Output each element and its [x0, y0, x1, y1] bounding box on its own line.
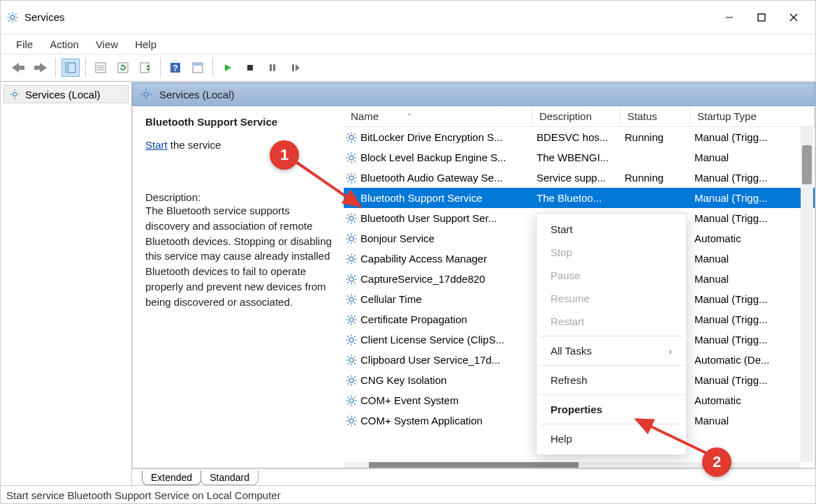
svg-line-96 — [347, 235, 349, 236]
svg-line-63 — [354, 154, 356, 155]
svg-point-100 — [349, 257, 354, 261]
cell-startup: Manual (Trigg... — [690, 293, 815, 305]
gear-icon — [345, 354, 358, 366]
svg-line-7 — [8, 20, 10, 22]
col-header-description[interactable]: Description — [532, 106, 620, 126]
gear-icon — [345, 131, 358, 144]
refresh-button[interactable] — [114, 59, 132, 77]
svg-line-159 — [347, 376, 349, 378]
minimize-button[interactable] — [713, 3, 745, 31]
tab-standard[interactable]: Standard — [201, 470, 258, 485]
svg-point-0 — [10, 15, 15, 20]
svg-line-144 — [354, 336, 356, 337]
menu-help[interactable]: Help — [128, 37, 163, 52]
back-button[interactable] — [9, 59, 27, 77]
cell-name: Certificate Propagation — [360, 313, 467, 325]
cm-pause: Pause — [537, 264, 686, 287]
cell-status: Running — [620, 172, 690, 184]
content-header-label: Services (Local) — [159, 89, 235, 101]
sidebar: Services (Local) — [1, 82, 132, 485]
sort-asc-icon: ⌃ — [407, 112, 412, 120]
show-hide-tree-button[interactable] — [61, 59, 80, 77]
cell-name: COM+ System Application — [360, 415, 483, 427]
menubar: File Action View Help — [1, 34, 815, 54]
svg-point-41 — [144, 92, 148, 96]
toolbar-separator — [212, 58, 213, 77]
export-button[interactable] — [136, 59, 154, 77]
cm-restart: Restart — [537, 310, 686, 333]
toolbar-separator — [55, 58, 56, 77]
svg-line-54 — [354, 133, 356, 135]
col-header-name[interactable]: Name⌃ — [344, 106, 532, 126]
svg-line-99 — [354, 235, 356, 236]
svg-line-89 — [347, 221, 349, 223]
table-row[interactable]: BitLocker Drive Encryption S...BDESVC ho… — [344, 127, 815, 147]
svg-line-169 — [354, 403, 356, 405]
cm-refresh[interactable]: Refresh — [537, 369, 686, 392]
horizontal-scrollbar[interactable] — [344, 462, 801, 468]
svg-line-5 — [8, 13, 10, 15]
svg-line-153 — [354, 356, 356, 357]
cell-startup: Automatic — [690, 232, 815, 244]
svg-rect-32 — [270, 64, 272, 71]
window-title: Services — [24, 11, 65, 23]
cm-all-tasks[interactable]: All Tasks› — [537, 339, 686, 362]
svg-point-154 — [349, 378, 354, 383]
forward-button[interactable] — [31, 59, 50, 77]
svg-marker-25 — [146, 68, 150, 71]
menu-view[interactable]: View — [89, 37, 125, 52]
svg-line-142 — [354, 343, 356, 344]
menu-file[interactable]: File — [9, 37, 40, 52]
cell-name: Clipboard User Service_17d... — [360, 354, 500, 366]
toolbar-separator — [85, 58, 86, 77]
chevron-right-icon: › — [669, 345, 672, 357]
svg-marker-30 — [225, 64, 231, 71]
svg-line-160 — [354, 383, 356, 385]
cell-description: The Bluetoo... — [532, 192, 620, 204]
table-row[interactable]: Bluetooth Audio Gateway Se...Service sup… — [344, 168, 815, 188]
cm-start[interactable]: Start — [537, 218, 686, 241]
svg-line-97 — [354, 242, 356, 243]
restart-button[interactable] — [286, 59, 304, 77]
svg-line-116 — [347, 282, 349, 283]
svg-rect-33 — [273, 64, 275, 71]
detail-title: Bluetooth Support Service — [145, 116, 334, 128]
sidebar-item-services-local[interactable]: Services (Local) — [3, 85, 129, 103]
close-button[interactable] — [778, 3, 810, 31]
sidebar-item-label: Services (Local) — [25, 89, 101, 101]
tab-extended[interactable]: Extended — [142, 470, 201, 485]
gear-icon — [345, 232, 358, 245]
svg-point-82 — [349, 216, 354, 221]
cell-description: BDESVC hos... — [532, 131, 620, 143]
hscroll-thumb[interactable] — [369, 462, 578, 468]
scrollbar-thumb[interactable] — [802, 145, 812, 184]
play-button[interactable] — [219, 59, 237, 77]
titlebar: Services — [1, 1, 815, 34]
svg-marker-13 — [12, 63, 24, 73]
pause-button[interactable] — [263, 59, 282, 77]
start-link[interactable]: Start — [145, 139, 168, 151]
help-button[interactable]: ? — [166, 59, 184, 77]
svg-marker-35 — [296, 64, 300, 71]
cm-stop: Stop — [537, 241, 686, 264]
cell-description: Service supp... — [532, 172, 620, 184]
cell-startup: Manual — [690, 273, 815, 285]
maximize-button[interactable] — [745, 3, 778, 31]
menu-action[interactable]: Action — [43, 37, 86, 52]
svg-point-91 — [349, 237, 354, 241]
svg-line-52 — [354, 140, 356, 142]
cell-name: Bluetooth Support Service — [360, 192, 482, 204]
svg-text:?: ? — [173, 64, 177, 73]
svg-line-161 — [347, 383, 349, 385]
stop-button[interactable] — [241, 59, 259, 77]
view-button[interactable] — [189, 59, 207, 77]
vertical-scrollbar[interactable] — [801, 127, 813, 462]
table-row[interactable]: Block Level Backup Engine S...The WBENGI… — [344, 147, 815, 168]
svg-line-123 — [347, 295, 349, 297]
svg-rect-10 — [758, 14, 765, 21]
table-row[interactable]: Bluetooth Support ServiceThe Bluetoo...M… — [344, 188, 815, 208]
properties-button[interactable] — [92, 59, 110, 77]
col-header-startup[interactable]: Startup Type — [690, 106, 815, 126]
svg-line-170 — [347, 403, 349, 405]
col-header-status[interactable]: Status — [620, 106, 690, 126]
